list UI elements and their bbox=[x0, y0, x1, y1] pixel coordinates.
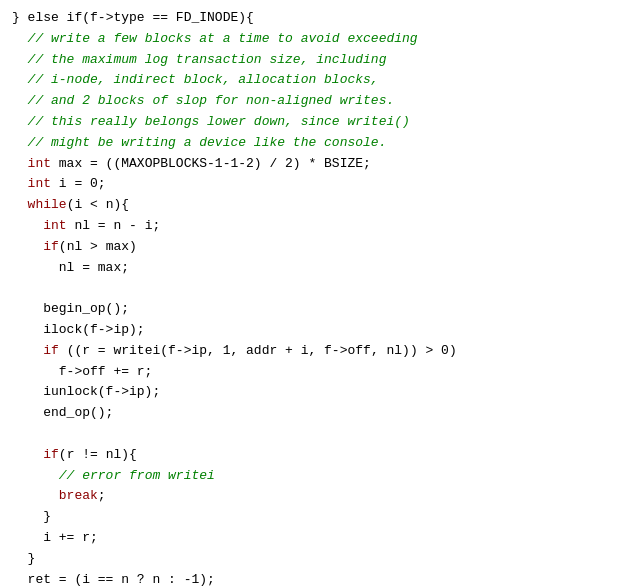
code-line: i += r; bbox=[0, 528, 616, 549]
code-line: int i = 0; bbox=[0, 174, 616, 195]
code-line: begin_op(); bbox=[0, 299, 616, 320]
code-line: // and 2 blocks of slop for non-aligned … bbox=[0, 91, 616, 112]
code-line: if(nl > max) bbox=[0, 237, 616, 258]
code-line: // the maximum log transaction size, inc… bbox=[0, 50, 616, 71]
code-line bbox=[0, 278, 616, 299]
code-line: iunlock(f->ip); bbox=[0, 382, 616, 403]
code-line: ilock(f->ip); bbox=[0, 320, 616, 341]
code-line: nl = max; bbox=[0, 258, 616, 279]
code-line: int max = ((MAXOPBLOCKS-1-1-2) / 2) * BS… bbox=[0, 154, 616, 175]
code-line: // write a few blocks at a time to avoid… bbox=[0, 29, 616, 50]
code-line: f->off += r; bbox=[0, 362, 616, 383]
code-line: break; bbox=[0, 486, 616, 507]
code-line: end_op(); bbox=[0, 403, 616, 424]
code-line: int nl = n - i; bbox=[0, 216, 616, 237]
code-line: } else if(f->type == FD_INODE){ bbox=[0, 8, 616, 29]
code-line: // might be writing a device like the co… bbox=[0, 133, 616, 154]
code-container: } else if(f->type == FD_INODE){ // write… bbox=[0, 0, 628, 588]
code-line: if ((r = writei(f->ip, 1, addr + i, f->o… bbox=[0, 341, 616, 362]
code-line: while(i < n){ bbox=[0, 195, 616, 216]
code-line: ret = (i == n ? n : -1); bbox=[0, 570, 616, 588]
code-line: } bbox=[0, 549, 616, 570]
code-line: // i-node, indirect block, allocation bl… bbox=[0, 70, 616, 91]
code-line: } bbox=[0, 507, 616, 528]
code-line: // error from writei bbox=[0, 466, 616, 487]
code-line: if(r != nl){ bbox=[0, 445, 616, 466]
code-block: } else if(f->type == FD_INODE){ // write… bbox=[0, 8, 616, 588]
code-line: // this really belongs lower down, since… bbox=[0, 112, 616, 133]
code-line bbox=[0, 424, 616, 445]
